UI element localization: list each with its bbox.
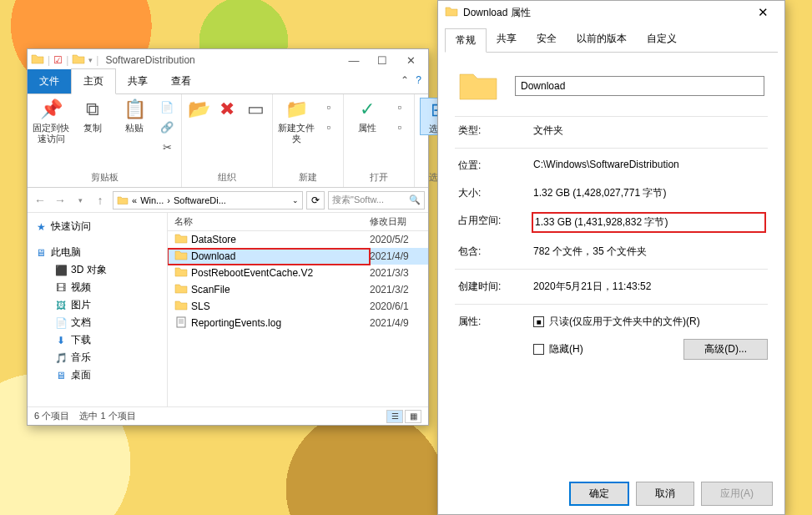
documents-icon: 📄: [54, 316, 68, 330]
props-titlebar[interactable]: Download 属性 ✕: [438, 1, 784, 24]
tab-security[interactable]: 安全: [527, 28, 567, 52]
list-header[interactable]: 名称 修改日期: [168, 213, 428, 231]
nav-up-button[interactable]: ↑: [91, 191, 109, 210]
breadcrumb-drop-icon[interactable]: ⌄: [292, 196, 299, 204]
ribbon-collapse-icon[interactable]: ⌃: [401, 74, 409, 86]
location-value: C:\Windows\SoftwareDistribution: [533, 159, 764, 173]
attr-label: 属性:: [458, 315, 533, 329]
tree-documents[interactable]: 📄文档: [31, 314, 164, 331]
pin-button[interactable]: 📌 固定到快速访问: [33, 98, 69, 144]
address-bar: ← → ▾ ↑ « Win... › SoftwareDi... ⌄ ⟳ 搜索"…: [28, 188, 428, 213]
breadcrumb-seg2[interactable]: SoftwareDi...: [174, 195, 226, 205]
minimize-button[interactable]: —: [340, 54, 368, 67]
close-button[interactable]: ✕: [396, 54, 425, 67]
copy-path-button[interactable]: 📄: [158, 98, 176, 116]
tree-desktop[interactable]: 🖥桌面: [31, 366, 164, 384]
selected-count: 选中 1 个项目: [79, 411, 135, 421]
history-button[interactable]: ▫: [391, 118, 409, 136]
tree-music[interactable]: 🎵音乐: [31, 349, 164, 366]
list-item[interactable]: ReportingEvents.log2021/4/9: [168, 315, 428, 331]
qat-drop-icon[interactable]: ▾: [88, 56, 93, 64]
download-icon: ⬇: [54, 334, 68, 347]
video-icon: 🎞: [54, 281, 68, 295]
file-date: 2021/4/9: [370, 250, 428, 262]
open-group-label: 打开: [349, 171, 409, 184]
col-date[interactable]: 修改日期: [370, 215, 428, 228]
delete-button[interactable]: ✖: [215, 98, 239, 121]
nav-forward-button[interactable]: →: [51, 191, 69, 210]
view-icons-button[interactable]: ▦: [405, 410, 421, 423]
tree-3d-objects[interactable]: ⬛3D 对象: [31, 261, 164, 279]
new-item-button[interactable]: ▫: [320, 98, 338, 116]
copy-button[interactable]: ⧉ 复制: [74, 98, 111, 134]
breadcrumb-chevron: ›: [167, 195, 170, 205]
refresh-button[interactable]: ⟳: [306, 191, 325, 210]
ribbon: 📌 固定到快速访问 ⧉ 复制 📋 粘贴 📄 🔗 ✂ 剪贴板: [28, 94, 428, 188]
organize-group-label: 组织: [187, 171, 267, 184]
tab-share[interactable]: 共享: [116, 69, 159, 93]
list-item[interactable]: PostRebootEventCache.V22021/3/3: [168, 265, 428, 281]
tab-home[interactable]: 主页: [71, 68, 116, 94]
props-tabs: 常规 共享 安全 以前的版本 自定义: [445, 28, 778, 53]
close-button[interactable]: ✕: [748, 5, 778, 20]
nav-recent-button[interactable]: ▾: [71, 191, 89, 210]
copy-icon: ⧉: [81, 98, 104, 121]
list-item[interactable]: SLS2020/6/1: [168, 298, 428, 315]
tree-pictures[interactable]: 🖼图片: [31, 296, 164, 314]
properties-button[interactable]: ✓ 属性: [349, 98, 386, 134]
new-folder-button[interactable]: 📁 新建文件夹: [278, 98, 315, 144]
paste-shortcut-button[interactable]: 🔗: [158, 118, 176, 136]
tree-this-pc[interactable]: 🖥此电脑: [31, 244, 164, 261]
tab-view[interactable]: 查看: [159, 69, 203, 93]
properties-dialog: Download 属性 ✕ 常规 共享 安全 以前的版本 自定义 类型:文件夹 …: [437, 0, 785, 515]
readonly-checkbox[interactable]: ■: [533, 316, 544, 327]
help-icon[interactable]: ?: [416, 74, 421, 86]
cut-button[interactable]: ✂: [158, 138, 176, 156]
readonly-label: 只读(仅应用于文件夹中的文件)(R): [549, 315, 700, 329]
easy-access-button[interactable]: ▫: [320, 118, 338, 136]
tab-general[interactable]: 常规: [445, 28, 487, 53]
tree-quick-access[interactable]: ★快速访问: [31, 218, 164, 235]
tab-custom[interactable]: 自定义: [637, 28, 687, 52]
tab-file[interactable]: 文件: [28, 69, 71, 93]
move-icon: 📂: [187, 98, 210, 121]
paste-button[interactable]: 📋 粘贴: [116, 98, 153, 134]
pc-icon: 🖥: [34, 246, 48, 260]
created-value: 2020年5月21日，11:43:52: [533, 280, 764, 294]
qat-check-icon[interactable]: ☑: [53, 54, 63, 66]
open-button[interactable]: ▫: [391, 98, 409, 116]
tab-previous[interactable]: 以前的版本: [567, 28, 637, 52]
tree-downloads[interactable]: ⬇下载: [31, 331, 164, 349]
folder-name-input[interactable]: [515, 76, 764, 96]
address-box[interactable]: « Win... › SoftwareDi... ⌄: [113, 191, 303, 210]
item-count: 6 个项目: [34, 411, 69, 421]
type-label: 类型:: [458, 124, 533, 138]
status-bar: 6 个项目 选中 1 个项目 ☰ ▦: [28, 406, 428, 425]
list-item[interactable]: DataStore2020/5/2: [168, 231, 428, 248]
tree-videos[interactable]: 🎞视频: [31, 279, 164, 296]
big-folder-icon: [458, 69, 498, 103]
list-item[interactable]: Download2021/4/9: [168, 248, 428, 265]
qat-folder-icon[interactable]: [72, 53, 85, 68]
svg-rect-0: [177, 317, 185, 327]
view-details-button[interactable]: ☰: [386, 410, 403, 423]
move-button[interactable]: 📂: [187, 98, 210, 121]
ribbon-tabs: 文件 主页 共享 查看 ⌃ ?: [28, 71, 428, 94]
disk-label: 占用空间:: [458, 214, 533, 231]
hidden-checkbox[interactable]: [533, 344, 544, 355]
nav-back-button[interactable]: ←: [31, 191, 49, 210]
maximize-button[interactable]: ☐: [368, 54, 396, 67]
col-name[interactable]: 名称: [168, 215, 370, 228]
breadcrumb-seg1[interactable]: Win...: [140, 195, 164, 205]
apply-button[interactable]: 应用(A): [701, 482, 773, 506]
ok-button[interactable]: 确定: [569, 482, 629, 506]
pictures-icon: 🖼: [54, 299, 68, 312]
advanced-button[interactable]: 高级(D)...: [683, 339, 768, 360]
search-input[interactable]: 搜索"Softw... 🔍: [328, 191, 425, 210]
rename-button[interactable]: ▭: [244, 98, 267, 121]
cube-icon: ⬛: [54, 264, 68, 277]
list-item[interactable]: ScanFile2021/3/2: [168, 281, 428, 298]
tab-share[interactable]: 共享: [487, 28, 527, 52]
cancel-button[interactable]: 取消: [636, 482, 694, 506]
file-date: 2021/3/3: [370, 267, 428, 279]
